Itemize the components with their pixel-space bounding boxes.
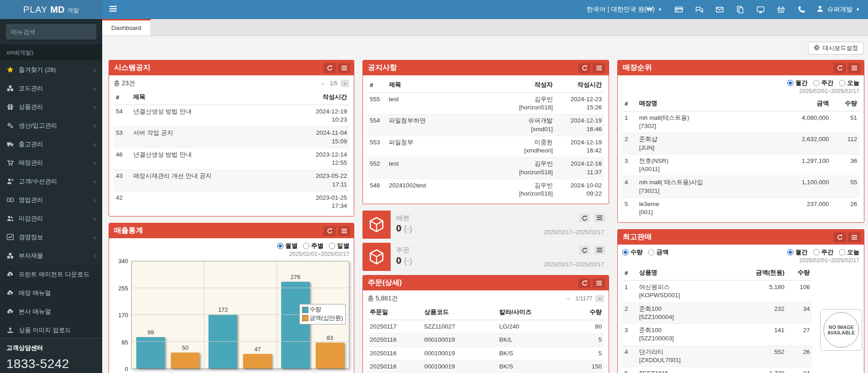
sidebar-item-label: 매장 매뉴얼: [19, 289, 51, 297]
sidebar-item-hq-manual[interactable]: 본사 매뉴얼: [0, 302, 102, 321]
table-row[interactable]: 43매장시재관리 개선 안내 공지2023-05-2217:11: [114, 170, 349, 191]
table-row[interactable]: 54820241002test김우빈[horizon518]2024-10-02…: [367, 179, 604, 200]
table-row[interactable]: 3준회100[5ZZ100003]14127: [622, 324, 812, 345]
phone-icon[interactable]: [791, 0, 812, 19]
refresh-button[interactable]: [323, 63, 336, 73]
table-row[interactable]: 4단가라티[ZXDDUL7001]55226: [622, 345, 812, 367]
tab-dashboard[interactable]: Dashboard: [102, 19, 151, 35]
table-row[interactable]: 1여신원피스[KOPWSD001]5,180106: [622, 280, 812, 302]
radio-weekly-input[interactable]: [813, 249, 819, 255]
next-page-icon[interactable]: »: [595, 295, 604, 302]
user-menu[interactable]: 슈퍼개발 ▼: [812, 0, 868, 19]
radio-monthly[interactable]: 월간: [787, 79, 808, 87]
radio-weekly[interactable]: 주간: [813, 79, 833, 87]
radio-weekly[interactable]: 주별: [303, 242, 323, 250]
refresh-button[interactable]: [323, 226, 336, 236]
sidebar-item-customer-mgmt[interactable]: 고객/수선관리 ‹: [0, 172, 102, 191]
panel-menu-button[interactable]: [594, 245, 605, 255]
prev-page-icon[interactable]: «: [565, 295, 572, 302]
table-row[interactable]: 552test김우빈[horizon518]2024-12-1611:37: [367, 157, 604, 179]
monitor-icon[interactable]: [750, 0, 771, 19]
table-row[interactable]: 554파일첨부하면슈퍼개발[xmd01]2024-12-1916:46: [367, 114, 604, 136]
next-page-icon[interactable]: »: [341, 80, 349, 87]
sidebar-item-sales-mgmt[interactable]: 영업관리 ‹: [0, 191, 102, 209]
app-logo[interactable]: PLAY MD 개발: [0, 0, 102, 19]
sidebar-item-shipping-mgmt[interactable]: 출고관리 ‹: [0, 135, 102, 153]
radio-qty[interactable]: 수량: [622, 248, 643, 256]
sidebar-item-favorites[interactable]: 즐겨찾기 (28) ‹: [0, 60, 102, 79]
refresh-button[interactable]: [578, 63, 590, 73]
table-row[interactable]: 54년결산생성 방법 안내2024-12-1910:23: [114, 105, 349, 127]
sidebar-item-code-mgmt[interactable]: 코드관리 ‹: [0, 79, 102, 98]
panel-menu-button[interactable]: [338, 226, 350, 236]
language-currency-dropdown[interactable]: 한국어 | 대한민국 원(₩) ▼: [580, 0, 669, 19]
table-row[interactable]: 20250116000100019BK/S150: [367, 360, 604, 373]
radio-monthly-input[interactable]: [787, 249, 794, 255]
radio-monthly-input[interactable]: [277, 243, 283, 249]
radio-weekly-input[interactable]: [813, 80, 819, 86]
radio-monthly-input[interactable]: [787, 80, 794, 86]
radio-amount[interactable]: 금액: [648, 248, 669, 256]
radio-amount-input[interactable]: [648, 249, 655, 255]
col-qty: 수량: [787, 265, 812, 280]
table-row[interactable]: 4mh mall( 테스트용)사입[73021]1,100,00055: [622, 176, 859, 197]
sidebar-item-label: 영업관리: [19, 196, 43, 204]
table-row[interactable]: 5le3eme[001]237,00026: [622, 197, 859, 219]
panel-menu-button[interactable]: [593, 63, 605, 73]
comments-icon[interactable]: [689, 0, 709, 19]
radio-today[interactable]: 오늘: [839, 248, 859, 256]
basket-icon[interactable]: [771, 0, 791, 19]
radio-qty-input[interactable]: [622, 249, 629, 255]
panel-menu-button[interactable]: [848, 232, 860, 242]
radio-monthly[interactable]: 월간: [787, 248, 808, 256]
table-row[interactable]: 202501175ZZ110027LG/24080: [367, 320, 604, 334]
radio-daily[interactable]: 일별: [329, 242, 349, 250]
table-row[interactable]: 20250116000100019BK/L5: [367, 334, 604, 347]
radio-today-input[interactable]: [839, 249, 845, 255]
sidebar-item-store-mgmt[interactable]: 매장관리 ‹: [0, 153, 102, 172]
sidebar-item-submaterial-mall[interactable]: 부자재몰 ‹: [0, 246, 102, 265]
table-row[interactable]: 46년결산생성 방법 안내2023-12-1412:55: [114, 148, 349, 169]
radio-daily-input[interactable]: [329, 243, 335, 249]
panel-header: 매출통계: [109, 223, 354, 238]
refresh-button[interactable]: [833, 232, 846, 242]
menu-search-input[interactable]: [6, 24, 96, 39]
mail-icon[interactable]: [709, 0, 730, 19]
table-row[interactable]: 422023-01-2517:34: [114, 191, 349, 212]
sidebar-item-business-info[interactable]: 경영정보 ‹: [0, 228, 102, 246]
sidebar-toggle-button[interactable]: [102, 0, 124, 19]
table-row[interactable]: 555test김우빈[horizon518]2024-12-2315:26: [367, 93, 604, 114]
table-row[interactable]: 2준회100[5ZZ100004]23234: [622, 302, 812, 324]
sidebar-item-print-agent-download[interactable]: 프린트 에이전트 다운로드: [0, 265, 102, 284]
table-row[interactable]: 1mh mall(테스트용)[7302]4,080,00051: [622, 111, 859, 133]
prev-page-icon[interactable]: «: [319, 80, 327, 87]
table-row[interactable]: 20250116000100019BK/S5: [367, 347, 604, 360]
sidebar-item-closing-mgmt[interactable]: 마감관리 ‹: [0, 209, 102, 228]
table-row[interactable]: 3천호(NSR)[A0011]1,297,10036: [622, 154, 859, 176]
sidebar-item-production-mgmt[interactable]: 생산/입고관리 ‹: [0, 116, 102, 135]
radio-weekly[interactable]: 주간: [813, 248, 833, 256]
credit-card-icon[interactable]: [669, 0, 689, 19]
panel-menu-button[interactable]: [594, 213, 605, 222]
radio-today[interactable]: 오늘: [839, 79, 859, 87]
table-row[interactable]: 53서버 작업 공지2024-11-0415:09: [114, 127, 349, 148]
refresh-button[interactable]: [833, 63, 846, 73]
dashboard-settings-button[interactable]: 대시보드설정: [808, 42, 863, 54]
refresh-button[interactable]: [579, 245, 590, 255]
panel-menu-button[interactable]: [338, 63, 350, 73]
panel-menu-button[interactable]: [593, 278, 605, 288]
sidebar-item-product-mgmt[interactable]: 상품관리 ‹: [0, 98, 102, 116]
panel-menu-button[interactable]: [848, 63, 860, 73]
table-row[interactable]: 553파일첨부이중헌[xmdheon]2024-12-1916:42: [367, 136, 604, 157]
radio-weekly-input[interactable]: [303, 243, 309, 249]
sidebar-item-store-manual[interactable]: 매장 매뉴얼: [0, 284, 102, 302]
sidebar-item-product-image-upload[interactable]: 상품 이미지 업로드: [0, 321, 102, 338]
copy-icon[interactable]: [730, 0, 750, 19]
refresh-button[interactable]: [579, 213, 590, 222]
table-row[interactable]: 2준회샵[JUN]2,632,000112: [622, 133, 859, 154]
radio-today-input[interactable]: [839, 80, 845, 86]
refresh-button[interactable]: [578, 278, 590, 288]
table-row[interactable]: 5TEST1015[ZB01L50050]1,72824: [622, 367, 812, 373]
menu-search: [6, 24, 96, 39]
radio-monthly[interactable]: 월별: [277, 242, 298, 250]
